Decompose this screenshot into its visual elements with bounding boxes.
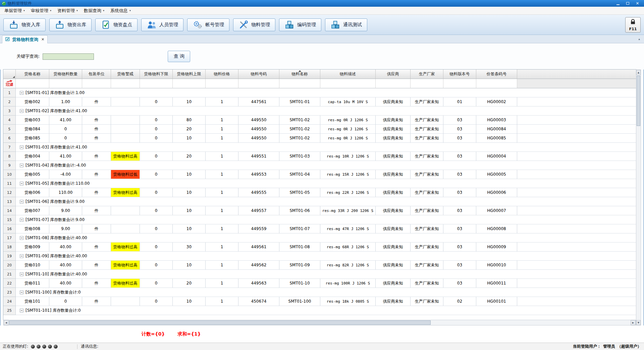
grid-cell[interactable]	[111, 125, 140, 134]
grid-cell[interactable]: 货格084	[16, 125, 49, 134]
toolbar-button[interactable]: 帐号管理	[187, 18, 229, 31]
grid-cell[interactable]	[111, 97, 140, 106]
grid-cell[interactable]: 供应商未知	[376, 134, 411, 143]
grid-cell[interactable]: 20	[173, 125, 206, 134]
grid-cell[interactable]: 0	[140, 125, 173, 134]
row-number-cell[interactable]: 6	[3, 134, 16, 143]
vertical-scrollbar[interactable]: ▲ ▼	[636, 70, 641, 325]
vertical-scrollbar-thumb[interactable]	[637, 76, 640, 126]
row-number-cell[interactable]: 8	[3, 152, 16, 161]
grid-cell[interactable]: 9.00	[49, 206, 82, 215]
column-header[interactable]: 货格物料数量	[49, 70, 82, 79]
grid-cell[interactable]: 生产厂家未知	[411, 134, 443, 143]
collapse-icon[interactable]	[20, 200, 23, 204]
column-header[interactable]: 生产厂家	[411, 70, 443, 79]
grid-cell[interactable]: 件	[82, 279, 111, 288]
grid-cell[interactable]: 03	[443, 116, 476, 125]
toolbar-button[interactable]: 物资盘点	[95, 18, 138, 31]
grid-cell[interactable]: 41.00	[49, 152, 82, 161]
grid-cell[interactable]: res-mg 100R J 1206 S	[320, 279, 376, 288]
menu-item[interactable]: 系统信息▾	[107, 7, 134, 14]
grid-cell[interactable]: 供应商未知	[376, 97, 411, 106]
menu-item[interactable]: 数据查询▾	[81, 7, 107, 14]
grid-cell[interactable]: 货格101	[16, 297, 49, 306]
grid-cell[interactable]: 20	[173, 152, 206, 161]
row-number-cell[interactable]: 12	[3, 188, 16, 197]
grid-cell[interactable]: SMT01-02	[279, 125, 320, 134]
row-number-cell[interactable]: 3	[3, 106, 16, 116]
filter-cell[interactable]	[320, 79, 376, 88]
collapse-icon[interactable]	[20, 309, 23, 312]
row-number-cell[interactable]: 24	[3, 297, 16, 306]
grid-cell[interactable]: 供应商未知	[376, 243, 411, 252]
grid-cell[interactable]: 0	[140, 297, 173, 306]
collapse-icon[interactable]	[20, 145, 23, 149]
alert-high-cell[interactable]: 货格物料过高	[111, 279, 140, 288]
grid-cell[interactable]: 供应商未知	[376, 206, 411, 215]
grid-cell[interactable]: 449563	[238, 279, 279, 288]
filter-cell[interactable]	[476, 79, 517, 88]
grid-cell[interactable]: 0	[140, 279, 173, 288]
grid-cell[interactable]: 449550	[238, 125, 279, 134]
grid-cell[interactable]: SMT01-100	[279, 297, 320, 306]
grid-cell[interactable]: 03	[443, 170, 476, 179]
group-row-cell[interactable]: [SMT01-04] 库存数量合计:-4.00	[16, 161, 636, 170]
filter-cell[interactable]	[82, 79, 111, 88]
row-number-cell[interactable]: 23	[3, 288, 16, 297]
grid-cell[interactable]: res-mg 82R J 1206 S	[320, 261, 376, 270]
grid-cell[interactable]: res-mg 18k J 0805 S	[320, 297, 376, 306]
grid-cell[interactable]: SMT01-10	[279, 279, 320, 288]
grid-cell[interactable]: 件	[82, 134, 111, 143]
grid-cell[interactable]: 1	[206, 243, 238, 252]
grid-cell[interactable]: SMT01-05	[279, 188, 320, 197]
grid-cell[interactable]: 生产厂家未知	[411, 261, 443, 270]
toolbar-button[interactable]: 物资出库	[49, 18, 92, 31]
grid-cell[interactable]: res-mg 0R J 1206 S	[320, 116, 376, 125]
toolbar-button[interactable]: 人员管理	[141, 18, 183, 31]
grid-cell[interactable]: 40.00	[49, 243, 82, 252]
grid-cell[interactable]: res-mg 10R J 1206 S	[320, 152, 376, 161]
alert-high-cell[interactable]: 货格物料过高	[111, 188, 140, 197]
collapse-icon[interactable]	[20, 254, 23, 258]
grid-cell[interactable]: 40.00	[49, 261, 82, 270]
grid-cell[interactable]: res-mg 0R J 1206 S	[320, 125, 376, 134]
keyword-input[interactable]	[43, 53, 94, 60]
horizontal-scrollbar-thumb[interactable]	[9, 320, 431, 325]
grid-cell[interactable]: 110.00	[49, 188, 82, 197]
grid-cell[interactable]: 1	[206, 152, 238, 161]
grid-cell[interactable]: 1	[206, 206, 238, 215]
grid-cell[interactable]	[111, 224, 140, 233]
grid-cell[interactable]: 1	[206, 134, 238, 143]
grid-cell[interactable]: 03	[443, 125, 476, 134]
grid-cell[interactable]	[111, 134, 140, 143]
grid-cell[interactable]: 9.00	[49, 224, 82, 233]
menu-item[interactable]: 单据管理▾	[1, 7, 28, 14]
grid-cell[interactable]: 0	[140, 188, 173, 197]
filter-cell[interactable]	[376, 79, 411, 88]
grid-cell[interactable]: 货格005	[16, 170, 49, 179]
grid-cell[interactable]	[111, 206, 140, 215]
grid-cell[interactable]: res-mg 47R J 1206 S	[320, 224, 376, 233]
group-row-cell[interactable]: [SMT01-101] 库存数量合计:0	[16, 306, 636, 315]
maximize-button[interactable]	[623, 0, 633, 6]
column-header[interactable]: 货格物料上限	[173, 70, 206, 79]
row-number-cell[interactable]: 21	[3, 270, 16, 279]
close-button[interactable]: ✕	[633, 0, 642, 6]
grid-cell[interactable]: 货格007	[16, 206, 49, 215]
row-number-cell[interactable]: 20	[3, 261, 16, 270]
row-number-cell[interactable]: 25	[3, 306, 16, 315]
grid-cell[interactable]: SMT01-02	[279, 116, 320, 125]
grid-cell[interactable]: 10	[173, 261, 206, 270]
grid-cell[interactable]: 1	[206, 279, 238, 288]
grid-cell[interactable]: 0	[49, 125, 82, 134]
horizontal-scrollbar[interactable]: ◀ ▶	[3, 320, 636, 325]
grid-cell[interactable]: 1	[206, 188, 238, 197]
grid-cell[interactable]: 件	[82, 297, 111, 306]
grid-cell[interactable]: 449550	[238, 116, 279, 125]
grid-cell[interactable]: 供应商未知	[376, 170, 411, 179]
grid-cell[interactable]: 件	[82, 224, 111, 233]
grid-cell[interactable]: 03	[443, 224, 476, 233]
row-number-cell[interactable]: 5	[3, 125, 16, 134]
grid-cell[interactable]: 1	[206, 125, 238, 134]
grid-cell[interactable]	[111, 116, 140, 125]
